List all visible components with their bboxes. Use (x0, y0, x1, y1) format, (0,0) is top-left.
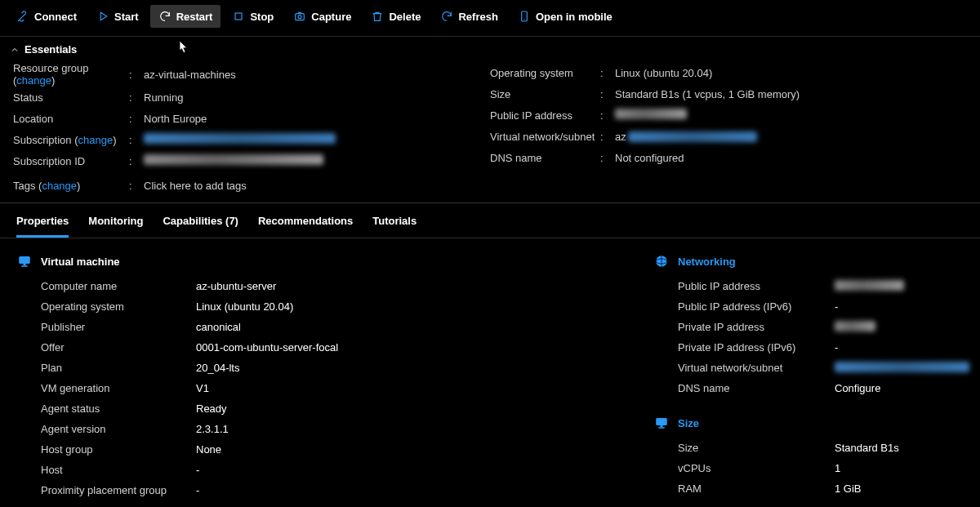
resource-group-label: Resource group (change) (13, 62, 129, 87)
plan-label: Plan (41, 362, 196, 374)
size-section-title: Size (678, 417, 699, 429)
vnet-label: Virtual network/subnet (490, 131, 600, 143)
stop-label: Stop (250, 11, 274, 23)
subscription-id-value (144, 154, 323, 167)
host-group-label: Host group (41, 443, 196, 456)
offer-value: 0001-com-ubuntu-server-focal (196, 341, 338, 354)
tags-add-link[interactable]: Click here to add tags (144, 180, 247, 192)
net-dns-label: DNS name (678, 382, 835, 394)
size-value: Standard B1s (1 vcpus, 1 GiB memory) (615, 88, 800, 100)
refresh-label: Refresh (458, 11, 497, 23)
refresh-button[interactable]: Refresh (432, 5, 506, 28)
location-value: North Europe (144, 113, 207, 125)
vm-section: Virtual machine Computer nameaz-ubuntu-s… (16, 253, 637, 500)
connect-button[interactable]: Connect (8, 5, 85, 28)
networking-section-header[interactable]: Networking (653, 253, 969, 269)
vmgen-value: V1 (196, 382, 209, 394)
essentials-title: Essentials (24, 43, 77, 56)
resource-group-value[interactable]: az-virtual-machines (144, 69, 236, 81)
tab-tutorials[interactable]: Tutorials (372, 211, 416, 238)
vm-section-header: Virtual machine (16, 253, 637, 269)
essentials-left: Resource group (change) : az-virtual-mac… (13, 62, 490, 196)
vnet-value[interactable]: az (615, 131, 757, 143)
monitor-icon (653, 415, 670, 431)
restart-button[interactable]: Restart (150, 5, 221, 28)
svg-rect-0 (235, 13, 242, 20)
open-mobile-button[interactable]: Open in mobile (510, 5, 621, 28)
properties-panel: Virtual machine Computer nameaz-ubuntu-s… (0, 238, 980, 507)
tab-monitoring[interactable]: Monitoring (88, 211, 143, 238)
essentials-toggle[interactable]: Essentials (0, 37, 980, 60)
size-size-value: Standard B1s (835, 442, 899, 454)
open-mobile-label: Open in mobile (536, 11, 612, 23)
agent-status-value: Ready (196, 402, 227, 415)
size-vcpu-label: vCPUs (678, 462, 835, 474)
status-label: Status (13, 91, 129, 104)
start-button[interactable]: Start (88, 5, 147, 28)
computer-name-label: Computer name (41, 280, 196, 292)
mobile-icon (518, 10, 531, 23)
computer-name-value: az-ubuntu-server (196, 280, 276, 292)
size-vcpu-value: 1 (835, 462, 840, 474)
size-ram-value: 1 GiB (835, 483, 862, 495)
svg-rect-10 (661, 425, 663, 427)
net-vnet-label: Virtual network/subnet (678, 362, 835, 374)
net-pip6-value: - (835, 300, 838, 313)
subscription-change-link[interactable]: change (78, 134, 113, 146)
size-label: Size (490, 88, 600, 100)
delete-label: Delete (389, 11, 421, 23)
start-label: Start (114, 11, 139, 23)
chevron-up-icon (10, 45, 20, 55)
public-ip-value (615, 109, 687, 122)
agent-version-value: 2.3.1.1 (196, 423, 229, 435)
ppg-label: Proximity placement group (41, 484, 196, 496)
tab-recommendations[interactable]: Recommendations (258, 211, 353, 238)
vm-section-title: Virtual machine (41, 256, 120, 268)
tabs: Properties Monitoring Capabilities (7) R… (0, 203, 980, 238)
capture-icon (293, 10, 306, 23)
tab-properties[interactable]: Properties (16, 211, 69, 238)
size-section-header[interactable]: Size (653, 415, 969, 431)
net-vnet-value[interactable] (835, 362, 969, 375)
net-pip6-label: Public IP address (IPv6) (678, 300, 835, 313)
host-value: - (196, 464, 199, 476)
networking-section: Networking Public IP address Public IP a… (653, 253, 969, 398)
size-section: Size SizeStandard B1s vCPUs1 RAM1 GiB (653, 415, 969, 499)
resource-group-change-link[interactable]: change (16, 74, 51, 87)
stop-icon (232, 10, 245, 23)
restart-icon (158, 10, 172, 23)
capture-button[interactable]: Capture (285, 5, 359, 28)
host-group-value[interactable]: None (196, 443, 221, 456)
net-prip-value (835, 321, 875, 334)
tags-label: Tags (change) (13, 180, 129, 192)
publisher-label: Publisher (41, 321, 196, 333)
essentials-panel: Resource group (change) : az-virtual-mac… (0, 60, 980, 203)
plan-value: 20_04-lts (196, 362, 239, 374)
svg-rect-5 (24, 264, 26, 265)
globe-icon (653, 253, 670, 269)
net-prip-label: Private IP address (678, 321, 835, 333)
tags-change-link[interactable]: change (42, 180, 77, 192)
networking-section-title: Networking (678, 256, 736, 268)
ppg-value: - (196, 484, 199, 496)
svg-rect-6 (21, 265, 28, 267)
dns-value[interactable]: Not configured (615, 152, 684, 164)
svg-rect-11 (658, 427, 665, 429)
svg-point-2 (298, 16, 301, 19)
size-size-label: Size (678, 442, 835, 454)
os-prop-value: Linux (ubuntu 20.04) (196, 300, 293, 313)
net-pip-value (835, 280, 904, 293)
public-ip-label: Public IP address (490, 109, 600, 122)
svg-rect-9 (656, 418, 667, 425)
os-prop-label: Operating system (41, 300, 196, 313)
tab-capabilities[interactable]: Capabilities (7) (163, 211, 238, 238)
agent-status-label: Agent status (41, 402, 196, 415)
subscription-id-label: Subscription ID (13, 155, 129, 167)
stop-button[interactable]: Stop (224, 5, 282, 28)
delete-button[interactable]: Delete (363, 5, 429, 28)
properties-right-col: Networking Public IP address Public IP a… (653, 253, 969, 507)
svg-rect-1 (296, 14, 305, 20)
net-dns-value[interactable]: Configure (835, 382, 880, 394)
svg-rect-4 (19, 256, 30, 264)
size-ram-label: RAM (678, 483, 835, 495)
